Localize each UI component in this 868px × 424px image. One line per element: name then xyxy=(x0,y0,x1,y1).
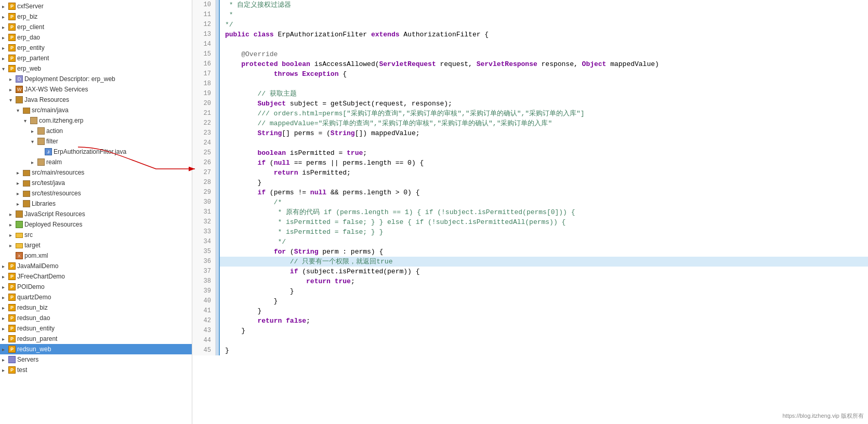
sidebar-item-libraries[interactable]: Libraries xyxy=(0,198,192,209)
tree-arrow-closed[interactable] xyxy=(2,367,8,373)
line-code[interactable]: } xyxy=(220,306,868,316)
line-code[interactable] xyxy=(220,138,868,148)
sidebar-item-java-resources[interactable]: Java Resources xyxy=(0,95,192,105)
sidebar-item-src-main-resources[interactable]: src/main/resources xyxy=(0,167,192,178)
sidebar-item-test[interactable]: Ptest xyxy=(0,365,192,375)
line-code[interactable]: * 自定义接权过滤器 xyxy=(220,0,868,10)
tree-arrow-closed[interactable] xyxy=(2,45,8,51)
sidebar-item-quartzDemo[interactable]: PquartzDemo xyxy=(0,292,192,302)
line-code[interactable]: /// orders.html=perms["采购订单的查询","采购订单的审核… xyxy=(220,109,868,118)
sidebar-item-deployment-desc[interactable]: DDeployment Descriptor: erp_web xyxy=(0,74,192,84)
line-code[interactable]: return false; xyxy=(220,316,868,326)
tree-arrow-closed[interactable] xyxy=(17,170,23,176)
line-code[interactable]: } xyxy=(220,346,868,355)
project-tree[interactable]: PcxfServerPerp_bizPerp_clientPerp_daoPer… xyxy=(0,0,192,424)
tree-arrow-closed[interactable] xyxy=(2,315,8,321)
tree-arrow-open[interactable] xyxy=(2,66,8,72)
tree-arrow-closed[interactable] xyxy=(9,76,16,82)
sidebar-item-action[interactable]: action xyxy=(0,126,192,136)
line-code[interactable]: } xyxy=(220,326,868,336)
tree-arrow-closed[interactable] xyxy=(2,263,8,269)
tree-arrow-closed[interactable] xyxy=(17,191,23,196)
sidebar-item-jax-ws[interactable]: WJAX-WS Web Services xyxy=(0,84,192,95)
tree-arrow-open[interactable] xyxy=(17,108,23,113)
tree-arrow-closed[interactable] xyxy=(2,305,8,311)
tree-arrow-closed[interactable] xyxy=(2,326,8,332)
tree-arrow-open[interactable] xyxy=(24,118,30,124)
sidebar-item-redsun_dao[interactable]: Predsun_dao xyxy=(0,313,192,323)
sidebar-item-redsun_parent[interactable]: Predsun_parent xyxy=(0,334,192,344)
tree-arrow-closed[interactable] xyxy=(9,211,16,217)
sidebar-item-erp_dao[interactable]: Perp_dao xyxy=(0,32,192,43)
tree-arrow-closed[interactable] xyxy=(2,295,8,300)
sidebar-item-src-main-java[interactable]: src/main/java xyxy=(0,105,192,115)
sidebar-item-deployed[interactable]: Deployed Resources xyxy=(0,219,192,230)
sidebar-item-POIDemo[interactable]: PPOIDemo xyxy=(0,282,192,292)
line-code[interactable]: public class ErpAuthorizationFilter exte… xyxy=(220,30,868,39)
tree-arrow-closed[interactable] xyxy=(31,128,37,134)
sidebar-item-erp_web[interactable]: Perp_web xyxy=(0,63,192,74)
sidebar-item-realm[interactable]: realm xyxy=(0,157,192,167)
line-code[interactable]: Subject subject = getSubject(request, re… xyxy=(220,99,868,109)
line-code[interactable]: if (perms != null && perms.length > 0) { xyxy=(220,188,868,197)
line-code[interactable]: */ xyxy=(220,237,868,247)
line-code[interactable]: for (String perm : perms) { xyxy=(220,247,868,257)
tree-arrow-closed[interactable] xyxy=(17,201,23,207)
line-code[interactable]: boolean isPermitted = true; xyxy=(220,148,868,158)
tree-arrow-closed[interactable] xyxy=(2,274,8,280)
line-code[interactable]: if (subject.isPermitted(perm)) { xyxy=(220,267,868,276)
line-code[interactable]: // mappedValue="采购订单的查询","采购订单的审核","采购订单… xyxy=(220,118,868,128)
line-code[interactable]: if (null == perms || perms.length == 0) … xyxy=(220,158,868,168)
line-code[interactable]: } xyxy=(220,296,868,306)
sidebar-item-cxfServer[interactable]: PcxfServer xyxy=(0,1,192,11)
line-code[interactable] xyxy=(220,79,868,89)
tree-arrow-open[interactable] xyxy=(9,97,16,103)
tree-arrow-closed[interactable] xyxy=(9,87,16,92)
tree-arrow-closed[interactable] xyxy=(2,336,8,342)
tree-arrow-closed[interactable] xyxy=(17,180,23,186)
line-code[interactable]: @Override xyxy=(220,49,868,59)
sidebar-item-JFreeChartDemo[interactable]: PJFreeChartDemo xyxy=(0,271,192,282)
sidebar-item-src-test-resources[interactable]: src/test/resources xyxy=(0,188,192,198)
sidebar-item-redsun_web[interactable]: Predsun_web xyxy=(0,344,192,354)
sidebar-item-JavaMailDemo[interactable]: PJavaMailDemo xyxy=(0,261,192,271)
line-code[interactable]: return true; xyxy=(220,276,868,286)
sidebar-item-redsun_entity[interactable]: Predsun_entity xyxy=(0,323,192,334)
line-code[interactable]: /* xyxy=(220,197,868,207)
tree-arrow-closed[interactable] xyxy=(31,160,37,165)
tree-arrow-closed[interactable] xyxy=(9,222,16,228)
line-code[interactable]: } xyxy=(220,178,868,188)
sidebar-item-erp_client[interactable]: Perp_client xyxy=(0,22,192,32)
sidebar-item-erp_entity[interactable]: Perp_entity xyxy=(0,43,192,53)
sidebar-item-pom.xml[interactable]: Xpom.xml xyxy=(0,250,192,261)
tree-arrow-closed[interactable] xyxy=(9,232,16,238)
tree-arrow-closed[interactable] xyxy=(2,56,8,61)
tree-arrow-closed[interactable] xyxy=(2,35,8,41)
sidebar-item-target[interactable]: target xyxy=(0,240,192,250)
sidebar-item-src-test-java[interactable]: src/test/java xyxy=(0,178,192,188)
tree-arrow-closed[interactable] xyxy=(2,284,8,290)
line-code[interactable]: * 原有的代码 if (perms.length == 1) { if (!su… xyxy=(220,207,868,217)
sidebar-item-erp_partent[interactable]: Perp_partent xyxy=(0,53,192,63)
line-code[interactable] xyxy=(220,39,868,49)
sidebar-item-src[interactable]: src xyxy=(0,230,192,240)
sidebar-item-ErpAuthorizationFilter[interactable]: JErpAuthorizationFilter.java xyxy=(0,147,192,157)
line-code[interactable]: throws Exception { xyxy=(220,69,868,79)
line-code[interactable]: * isPermitted = false; } } else { if (!s… xyxy=(220,217,868,227)
tree-arrow-closed[interactable] xyxy=(2,357,8,363)
line-code[interactable]: return isPermitted; xyxy=(220,168,868,178)
line-code[interactable]: */ xyxy=(220,20,868,30)
line-code[interactable]: // 获取主题 xyxy=(220,89,868,99)
sidebar-item-filter[interactable]: filter xyxy=(0,136,192,147)
tree-arrow-closed[interactable] xyxy=(2,14,8,20)
sidebar-item-js-resources[interactable]: JavaScript Resources xyxy=(0,209,192,219)
line-code[interactable]: protected boolean isAccessAllowed(Servle… xyxy=(220,59,868,69)
line-code[interactable]: } xyxy=(220,286,868,296)
tree-arrow-closed[interactable] xyxy=(9,243,16,248)
line-code[interactable]: * xyxy=(220,10,868,20)
sidebar-item-com-itzheng-erp[interactable]: com.itzheng.erp xyxy=(0,115,192,126)
line-code[interactable] xyxy=(220,336,868,346)
tree-arrow-closed[interactable] xyxy=(2,347,8,352)
line-code[interactable]: String[] perms = (String[]) mappedValue; xyxy=(220,128,868,138)
tree-arrow-closed[interactable] xyxy=(2,4,8,9)
